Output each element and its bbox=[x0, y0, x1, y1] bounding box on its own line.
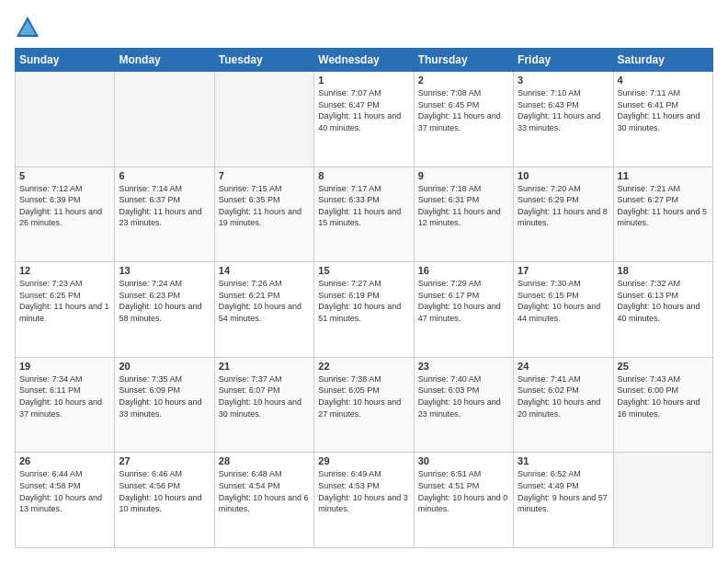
calendar-cell: 28Sunrise: 6:48 AMSunset: 4:54 PMDayligh… bbox=[214, 453, 313, 548]
calendar-cell: 27Sunrise: 6:46 AMSunset: 4:56 PMDayligh… bbox=[115, 453, 214, 548]
calendar-week-3: 19Sunrise: 7:34 AMSunset: 6:11 PMDayligh… bbox=[16, 357, 713, 453]
calendar-week-0: 1Sunrise: 7:07 AMSunset: 6:47 PMDaylight… bbox=[16, 72, 713, 167]
day-number: 18 bbox=[618, 265, 709, 276]
day-info: Sunrise: 7:20 AMSunset: 6:29 PMDaylight:… bbox=[518, 183, 609, 229]
calendar-cell: 4Sunrise: 7:11 AMSunset: 6:41 PMDaylight… bbox=[613, 72, 712, 167]
day-number: 12 bbox=[19, 265, 110, 276]
day-number: 6 bbox=[119, 170, 210, 181]
calendar-cell bbox=[16, 72, 115, 167]
header bbox=[15, 15, 713, 40]
days-header-row: SundayMondayTuesdayWednesdayThursdayFrid… bbox=[16, 49, 713, 72]
day-info: Sunrise: 6:51 AMSunset: 4:51 PMDaylight:… bbox=[418, 468, 509, 514]
day-number: 21 bbox=[219, 361, 310, 372]
day-number: 20 bbox=[119, 361, 210, 372]
calendar-cell: 23Sunrise: 7:40 AMSunset: 6:03 PMDayligh… bbox=[414, 357, 513, 453]
calendar-week-2: 12Sunrise: 7:23 AMSunset: 6:25 PMDayligh… bbox=[16, 262, 713, 358]
calendar-cell: 17Sunrise: 7:30 AMSunset: 6:15 PMDayligh… bbox=[514, 262, 613, 358]
calendar-cell: 31Sunrise: 6:52 AMSunset: 4:49 PMDayligh… bbox=[514, 453, 613, 548]
day-info: Sunrise: 7:11 AMSunset: 6:41 PMDaylight:… bbox=[618, 87, 709, 133]
calendar-cell bbox=[613, 453, 712, 548]
calendar-cell: 6Sunrise: 7:14 AMSunset: 6:37 PMDaylight… bbox=[115, 167, 214, 262]
day-info: Sunrise: 7:12 AMSunset: 6:39 PMDaylight:… bbox=[19, 183, 110, 229]
calendar-cell: 20Sunrise: 7:35 AMSunset: 6:09 PMDayligh… bbox=[115, 357, 214, 453]
day-number: 9 bbox=[418, 170, 509, 181]
day-info: Sunrise: 7:14 AMSunset: 6:37 PMDaylight:… bbox=[119, 183, 210, 229]
calendar-cell: 25Sunrise: 7:43 AMSunset: 6:00 PMDayligh… bbox=[613, 357, 712, 453]
calendar-cell: 11Sunrise: 7:21 AMSunset: 6:27 PMDayligh… bbox=[613, 167, 712, 262]
day-info: Sunrise: 7:30 AMSunset: 6:15 PMDaylight:… bbox=[518, 278, 609, 324]
day-number: 17 bbox=[518, 265, 609, 276]
calendar-cell: 10Sunrise: 7:20 AMSunset: 6:29 PMDayligh… bbox=[514, 167, 613, 262]
day-number: 23 bbox=[418, 361, 509, 372]
day-header-monday: Monday bbox=[115, 49, 214, 72]
day-number: 8 bbox=[318, 170, 409, 181]
calendar-cell: 1Sunrise: 7:07 AMSunset: 6:47 PMDaylight… bbox=[314, 72, 414, 167]
day-number: 28 bbox=[219, 455, 310, 466]
calendar-table: SundayMondayTuesdayWednesdayThursdayFrid… bbox=[15, 48, 713, 548]
day-header-sunday: Sunday bbox=[16, 49, 115, 72]
day-number: 10 bbox=[518, 170, 609, 181]
day-info: Sunrise: 7:38 AMSunset: 6:05 PMDaylight:… bbox=[318, 373, 409, 419]
day-number: 3 bbox=[518, 75, 609, 86]
calendar-cell: 8Sunrise: 7:17 AMSunset: 6:33 PMDaylight… bbox=[314, 167, 414, 262]
calendar-cell: 22Sunrise: 7:38 AMSunset: 6:05 PMDayligh… bbox=[314, 357, 414, 453]
day-info: Sunrise: 7:32 AMSunset: 6:13 PMDaylight:… bbox=[618, 278, 709, 324]
day-number: 27 bbox=[119, 455, 210, 466]
day-info: Sunrise: 7:08 AMSunset: 6:45 PMDaylight:… bbox=[418, 87, 509, 133]
day-number: 16 bbox=[418, 265, 509, 276]
day-info: Sunrise: 6:44 AMSunset: 4:58 PMDaylight:… bbox=[19, 468, 110, 514]
day-info: Sunrise: 7:18 AMSunset: 6:31 PMDaylight:… bbox=[418, 183, 509, 229]
day-number: 25 bbox=[618, 361, 709, 372]
day-number: 7 bbox=[219, 170, 310, 181]
day-number: 15 bbox=[318, 265, 409, 276]
calendar-cell: 7Sunrise: 7:15 AMSunset: 6:35 PMDaylight… bbox=[214, 167, 313, 262]
day-info: Sunrise: 7:07 AMSunset: 6:47 PMDaylight:… bbox=[318, 87, 409, 133]
day-number: 31 bbox=[518, 455, 609, 466]
day-info: Sunrise: 6:48 AMSunset: 4:54 PMDaylight:… bbox=[219, 468, 310, 514]
day-header-tuesday: Tuesday bbox=[214, 49, 313, 72]
day-info: Sunrise: 7:29 AMSunset: 6:17 PMDaylight:… bbox=[418, 278, 509, 324]
day-number: 1 bbox=[318, 75, 409, 86]
calendar-cell: 15Sunrise: 7:27 AMSunset: 6:19 PMDayligh… bbox=[314, 262, 414, 358]
calendar-cell: 5Sunrise: 7:12 AMSunset: 6:39 PMDaylight… bbox=[16, 167, 115, 262]
day-info: Sunrise: 7:43 AMSunset: 6:00 PMDaylight:… bbox=[618, 373, 709, 419]
day-header-saturday: Saturday bbox=[613, 49, 712, 72]
calendar-cell: 29Sunrise: 6:49 AMSunset: 4:53 PMDayligh… bbox=[314, 453, 414, 548]
day-number: 2 bbox=[418, 75, 509, 86]
calendar-week-1: 5Sunrise: 7:12 AMSunset: 6:39 PMDaylight… bbox=[16, 167, 713, 262]
day-info: Sunrise: 6:49 AMSunset: 4:53 PMDaylight:… bbox=[318, 468, 409, 514]
calendar-cell: 18Sunrise: 7:32 AMSunset: 6:13 PMDayligh… bbox=[613, 262, 712, 358]
day-info: Sunrise: 7:15 AMSunset: 6:35 PMDaylight:… bbox=[219, 183, 310, 229]
day-number: 11 bbox=[618, 170, 709, 181]
day-header-wednesday: Wednesday bbox=[314, 49, 414, 72]
calendar-week-4: 26Sunrise: 6:44 AMSunset: 4:58 PMDayligh… bbox=[16, 453, 713, 548]
calendar-cell: 24Sunrise: 7:41 AMSunset: 6:02 PMDayligh… bbox=[514, 357, 613, 453]
day-info: Sunrise: 7:10 AMSunset: 6:43 PMDaylight:… bbox=[518, 87, 609, 133]
day-info: Sunrise: 7:37 AMSunset: 6:07 PMDaylight:… bbox=[219, 373, 310, 419]
logo bbox=[15, 15, 44, 40]
day-number: 30 bbox=[418, 455, 509, 466]
day-info: Sunrise: 7:24 AMSunset: 6:23 PMDaylight:… bbox=[119, 278, 210, 324]
day-info: Sunrise: 7:34 AMSunset: 6:11 PMDaylight:… bbox=[19, 373, 110, 419]
day-info: Sunrise: 7:23 AMSunset: 6:25 PMDaylight:… bbox=[19, 278, 110, 324]
day-header-friday: Friday bbox=[514, 49, 613, 72]
calendar-cell: 30Sunrise: 6:51 AMSunset: 4:51 PMDayligh… bbox=[414, 453, 513, 548]
day-number: 5 bbox=[19, 170, 110, 181]
day-info: Sunrise: 7:40 AMSunset: 6:03 PMDaylight:… bbox=[418, 373, 509, 419]
calendar-cell: 16Sunrise: 7:29 AMSunset: 6:17 PMDayligh… bbox=[414, 262, 513, 358]
calendar-cell: 13Sunrise: 7:24 AMSunset: 6:23 PMDayligh… bbox=[115, 262, 214, 358]
day-info: Sunrise: 6:46 AMSunset: 4:56 PMDaylight:… bbox=[119, 468, 210, 514]
day-number: 13 bbox=[119, 265, 210, 276]
day-number: 24 bbox=[518, 361, 609, 372]
day-number: 14 bbox=[219, 265, 310, 276]
calendar-cell: 19Sunrise: 7:34 AMSunset: 6:11 PMDayligh… bbox=[16, 357, 115, 453]
day-number: 19 bbox=[19, 361, 110, 372]
calendar-cell bbox=[214, 72, 313, 167]
calendar-cell: 3Sunrise: 7:10 AMSunset: 6:43 PMDaylight… bbox=[514, 72, 613, 167]
calendar-cell: 12Sunrise: 7:23 AMSunset: 6:25 PMDayligh… bbox=[16, 262, 115, 358]
day-header-thursday: Thursday bbox=[414, 49, 513, 72]
day-number: 22 bbox=[318, 361, 409, 372]
day-number: 26 bbox=[19, 455, 110, 466]
calendar-cell: 9Sunrise: 7:18 AMSunset: 6:31 PMDaylight… bbox=[414, 167, 513, 262]
calendar-cell: 14Sunrise: 7:26 AMSunset: 6:21 PMDayligh… bbox=[214, 262, 313, 358]
